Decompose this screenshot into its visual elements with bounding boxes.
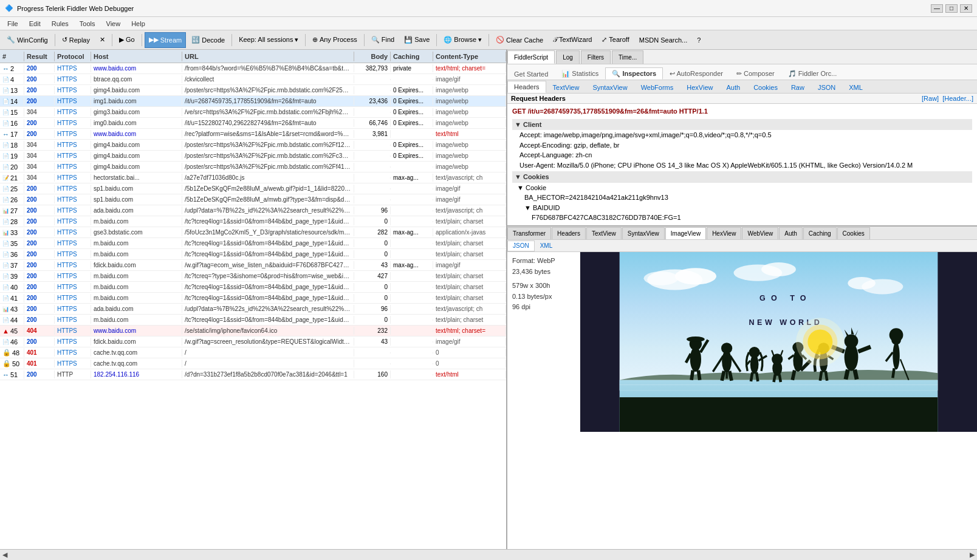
tab-timeline[interactable]: Time... xyxy=(612,50,643,64)
resp-tab-auth[interactable]: Auth xyxy=(779,227,803,239)
req-tab-syntaxview[interactable]: SyntaxView xyxy=(586,81,634,93)
clear-cache-button[interactable]: 🚫 Clear Cache xyxy=(492,32,547,48)
col-header-result[interactable]: Result xyxy=(24,52,55,61)
req-tab-webforms[interactable]: WebForms xyxy=(634,81,680,93)
table-row[interactable]: 📄 26 200 HTTPS sp1.baidu.com /5b1ZeDeSKg… xyxy=(0,194,506,205)
table-row[interactable]: 📄 13 200 HTTPS gimg4.baidu.com /poster/s… xyxy=(0,85,506,96)
table-row[interactable]: 📄 18 304 HTTPS gimg4.baidu.com /poster/s… xyxy=(0,140,506,151)
table-row[interactable]: 🔒 50 401 HTTPS cache.tv.qq.com / 0 xyxy=(0,358,506,369)
titlebar-controls[interactable]: — □ ✕ xyxy=(931,4,972,13)
col-header-caching[interactable]: Caching xyxy=(391,52,433,61)
resp-tab-headers[interactable]: Headers xyxy=(552,227,586,239)
menu-tools[interactable]: Tools xyxy=(75,19,100,29)
statusbar-left-arrow[interactable]: ◀ xyxy=(2,551,7,559)
go-button[interactable]: ▶ Go xyxy=(115,32,139,48)
text-wizard-button[interactable]: 𝒯 TextWizard xyxy=(549,32,596,48)
table-row[interactable]: 📊 43 200 HTTPS ada.baidu.com /udpl?data=… xyxy=(0,304,506,315)
menu-view[interactable]: View xyxy=(101,19,126,29)
table-row[interactable]: 📊 33 200 HTTPS gse3.bdstatic.com /5foUcz… xyxy=(0,227,506,238)
browse-button[interactable]: 🌐 Browse ▾ xyxy=(439,32,486,48)
minimize-button[interactable]: — xyxy=(931,4,943,13)
req-tab-cookies[interactable]: Cookies xyxy=(747,81,784,93)
subtab-fiddler-orchestra[interactable]: 🎵 Fiddler Orc... xyxy=(781,67,844,80)
req-tab-auth[interactable]: Auth xyxy=(720,81,747,93)
close-button[interactable]: ✕ xyxy=(960,4,972,13)
resp-tab-imageview[interactable]: ImageView xyxy=(665,227,706,239)
raw-link[interactable]: [Raw] [Header...] xyxy=(922,95,973,102)
remove-button[interactable]: ✕ xyxy=(95,32,109,48)
table-row[interactable]: 📄 41 200 HTTPS m.baidu.com /tc?tcreq4log… xyxy=(0,293,506,304)
col-header-content[interactable]: Content-Type xyxy=(433,52,506,61)
maximize-button[interactable]: □ xyxy=(945,4,958,13)
req-tab-json[interactable]: JSON xyxy=(811,81,842,93)
resp-tab-webview[interactable]: WebView xyxy=(742,227,778,239)
col-header-url[interactable]: URL xyxy=(182,52,354,61)
table-row[interactable]: 🔒 48 401 HTTPS cache.tv.qq.com / 0 xyxy=(0,347,506,358)
menu-edit[interactable]: Edit xyxy=(24,19,46,29)
stream-button[interactable]: ▶▶ Stream xyxy=(145,32,186,48)
table-row[interactable]: ↔ 17 200 HTTPS www.baidu.com /rec?platfo… xyxy=(0,129,506,140)
table-row[interactable]: 📄 40 200 HTTPS m.baidu.com /tc?tcreq4log… xyxy=(0,282,506,293)
req-tab-raw[interactable]: Raw xyxy=(784,81,811,93)
table-row[interactable]: 📝 21 304 HTTPS hectorstatic.bai... /a27e… xyxy=(0,172,506,183)
subtab-autoresponder[interactable]: ↩ AutoResponder xyxy=(663,67,730,80)
col-header-protocol[interactable]: Protocol xyxy=(55,52,91,61)
decode-button[interactable]: 🔣 Decode xyxy=(187,32,229,48)
table-row[interactable]: 📄 36 200 HTTPS m.baidu.com /tc?tcreq4log… xyxy=(0,249,506,260)
menu-help[interactable]: Help xyxy=(126,19,150,29)
tab-fiddler-script[interactable]: FiddlerScript xyxy=(507,50,555,64)
col-header-host[interactable]: Host xyxy=(91,52,182,61)
table-row[interactable]: 📄 28 200 HTTPS m.baidu.com /tc?tcreq4log… xyxy=(0,216,506,227)
subtab-inspectors[interactable]: 🔍 Inspectors xyxy=(605,67,663,80)
resp-tab-textview[interactable]: TextView xyxy=(586,227,622,239)
table-row[interactable]: ▲ 45 404 HTTPS www.baidu.com /se/static/… xyxy=(0,326,506,336)
req-tab-hexview[interactable]: HexView xyxy=(680,81,719,93)
req-tab-textview[interactable]: TextView xyxy=(546,81,586,93)
subtab-get-started[interactable]: Get Started xyxy=(507,67,555,80)
table-row[interactable]: ↔ 51 200 HTTP 182.254.116.116 /d?dn=331b… xyxy=(0,369,506,380)
winconfig-button[interactable]: 🔧 WinConfig xyxy=(2,32,52,48)
subtab-composer[interactable]: ✏ Composer xyxy=(730,67,781,80)
resp-subtab-xml[interactable]: XML xyxy=(535,241,558,251)
keep-button[interactable]: Keep: All sessions ▾ xyxy=(235,32,303,48)
table-row[interactable]: 📄 39 200 HTTPS m.baidu.com /tc?tcreq=?ty… xyxy=(0,271,506,282)
table-row[interactable]: 📄 14 200 HTTPS img1.baidu.com /it/u=2687… xyxy=(0,96,506,107)
table-row[interactable]: 📄 20 304 HTTPS gimg4.baidu.com /poster/s… xyxy=(0,162,506,172)
msdn-search-button[interactable]: MSDN Search... xyxy=(635,32,691,48)
table-row[interactable]: 📄 19 304 HTTPS gimg4.baidu.com /poster/s… xyxy=(0,151,506,162)
table-row[interactable]: ↔ 2 200 HTTPS www.baidu.com /from=844b/s… xyxy=(0,63,506,74)
req-tab-xml[interactable]: XML xyxy=(842,81,869,93)
right-panel: FiddlerScript Log Filters Time... Get St… xyxy=(507,50,977,549)
col-header-body[interactable]: Body xyxy=(354,52,391,61)
resp-tab-transformer[interactable]: Transformer xyxy=(507,227,551,239)
cell-result: 200 xyxy=(24,97,55,105)
resp-tab-cookies[interactable]: Cookies xyxy=(837,227,870,239)
any-process-button[interactable]: ⊕ Any Process xyxy=(308,32,361,48)
table-row[interactable]: 📄 16 200 HTTPS img0.baidu.com /it/u=1522… xyxy=(0,118,506,129)
tearoff-button[interactable]: ⤢ Tearoff xyxy=(597,32,633,48)
find-button[interactable]: 🔍 Find xyxy=(367,32,399,48)
menu-rules[interactable]: Rules xyxy=(47,19,74,29)
resp-subtab-json[interactable]: JSON xyxy=(507,241,535,251)
table-row[interactable]: 📄 4 200 HTTPS btrace.qq.com /ckvicollect… xyxy=(0,74,506,85)
table-row[interactable]: 📄 37 200 HTTPS fdick.baidu.com /w.gif?ta… xyxy=(0,260,506,271)
table-row[interactable]: 📄 15 304 HTTPS gimg3.baidu.com /ve/src=h… xyxy=(0,107,506,118)
tab-filters[interactable]: Filters xyxy=(581,50,611,64)
req-tab-headers[interactable]: Headers xyxy=(507,81,546,93)
replay-button[interactable]: ↺ Replay xyxy=(58,32,94,48)
table-row[interactable]: 📄 25 200 HTTPS sp1.baidu.com /5b1ZeDeSKg… xyxy=(0,183,506,194)
save-button[interactable]: 💾 Save xyxy=(400,32,434,48)
resp-tab-caching[interactable]: Caching xyxy=(803,227,837,239)
table-row[interactable]: 📊 27 200 HTTPS ada.baidu.com /udpl?data=… xyxy=(0,205,506,216)
tab-log[interactable]: Log xyxy=(556,50,580,64)
col-header-num[interactable]: # xyxy=(0,52,24,61)
menu-file[interactable]: File xyxy=(2,19,23,29)
subtab-statistics[interactable]: 📊 Statistics xyxy=(555,67,605,80)
table-row[interactable]: 📄 35 200 HTTPS m.baidu.com /tc?tcreq4log… xyxy=(0,238,506,249)
table-row[interactable]: 📄 44 200 HTTPS m.baidu.com /tc?tcreq4log… xyxy=(0,315,506,326)
help-button[interactable]: ? xyxy=(693,32,705,48)
table-row[interactable]: 📄 46 200 HTTPS fdick.baidu.com /w.gif?ta… xyxy=(0,336,506,347)
resp-tab-syntaxview[interactable]: SyntaxView xyxy=(622,227,665,239)
resp-tab-hexview[interactable]: HexView xyxy=(707,227,741,239)
cell-num: 📄 20 xyxy=(0,163,24,171)
